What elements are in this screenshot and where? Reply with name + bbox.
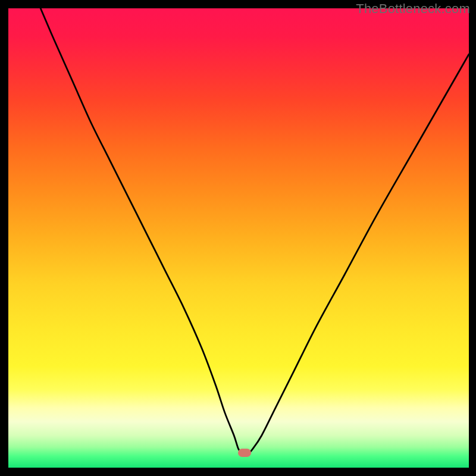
curve-path xyxy=(40,8,469,455)
optimum-marker xyxy=(238,449,251,457)
bottleneck-curve xyxy=(8,8,469,468)
watermark-text: TheBottleneck.com xyxy=(356,1,470,17)
stage: TheBottleneck.com xyxy=(0,0,476,476)
plot-area xyxy=(8,8,469,468)
